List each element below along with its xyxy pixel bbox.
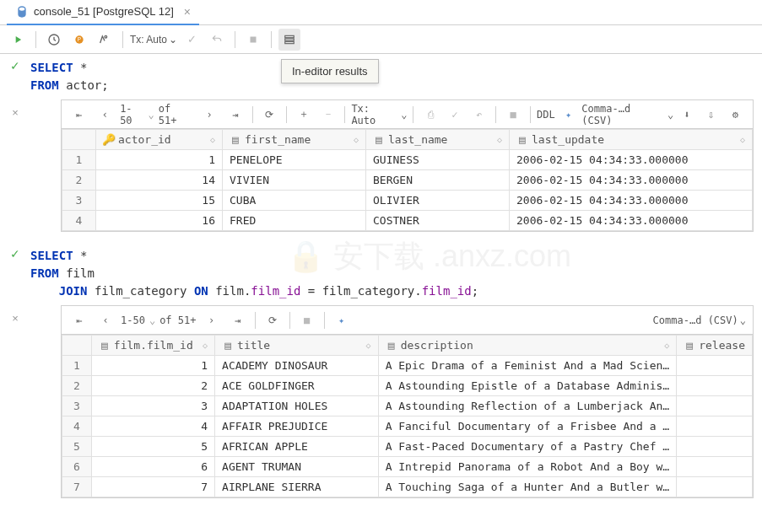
separator [235,31,235,48]
gear-button[interactable]: ⚙ [724,104,746,126]
next-page-button[interactable]: › [198,104,220,126]
close-result-button[interactable]: × [0,99,30,242]
export-format-dropdown[interactable]: Comma-…d (CSV) ⌄ [653,314,746,326]
column-icon: ▤ [684,340,695,352]
db-button[interactable]: ⎙ [419,104,441,126]
column-header[interactable]: ▤last_update◇ [516,133,745,146]
tooltip: In-editor results [281,59,379,83]
table-row[interactable]: 77AIRPLANE SIERRAA Touching Saga of a Hu… [62,477,753,497]
table-row[interactable]: 33ADAPTATION HOLESA Astounding Reflectio… [62,396,753,416]
compare-button[interactable]: ✦ [331,309,353,331]
compare-button[interactable]: ✦ [558,104,580,126]
gutter-check: ✓ [0,54,30,99]
remove-row-button[interactable]: － [317,104,339,126]
svg-rect-4 [251,36,257,42]
check-icon: ✓ [10,247,20,305]
playground-button[interactable]: P [68,29,90,51]
rollback-button[interactable] [206,29,228,51]
result-grid-1: ⇤ ‹ 1-50 ⌄ of 51+ › ⇥ ⟳ ＋ － Tx: Auto ⌄ ⎙… [61,99,754,232]
column-header[interactable]: 🔑actor_id◇ [103,133,215,146]
table-row[interactable]: 44AFFAIR PREJUDICEA Fanciful Documentary… [62,416,753,437]
last-page-button[interactable]: ⇥ [227,309,249,331]
query-block-1: ✓ SELECT * FROM actor; [0,54,762,99]
revert-button[interactable]: ↶ [468,104,490,126]
gutter-check: ✓ [0,242,30,305]
stop-result-button[interactable]: ■ [502,104,524,126]
table-row[interactable]: 214VIVIENBERGEN2006-02-15 04:34:33.00000… [62,170,753,191]
separator [122,31,123,48]
page-total: of 51+ [159,314,196,326]
table-row[interactable]: 22ACE GOLDFINGERA Astounding Epistle of … [62,376,753,396]
page-range: 1-50 [121,314,145,326]
commit-button[interactable]: ✓ [181,29,203,51]
column-header[interactable]: ▤release [684,339,745,352]
first-page-button[interactable]: ⇤ [68,104,90,126]
table-row[interactable]: 315CUBAOLIVIER2006-02-15 04:34:33.000000 [62,191,753,211]
next-page-button[interactable]: › [201,309,223,331]
settings-button[interactable] [94,29,116,51]
separator [271,31,272,48]
column-header[interactable]: ▤description◇ [386,339,670,352]
page-range: 1-50 [120,103,143,126]
svg-rect-6 [285,38,295,40]
add-row-button[interactable]: ＋ [293,104,315,126]
filter-button[interactable]: ⇩ [700,104,722,126]
close-icon[interactable]: × [184,5,191,19]
svg-rect-7 [285,41,295,43]
prev-page-button[interactable]: ‹ [95,309,116,331]
column-icon: ▤ [222,340,234,352]
column-icon: ▤ [516,134,528,146]
column-header[interactable]: ▤title◇ [222,339,371,352]
svg-point-3 [105,35,107,38]
separator [35,31,36,48]
check-icon: ✓ [10,59,20,99]
sql-editor-2[interactable]: SELECT * FROM film JOIN film_category ON… [30,242,478,305]
export-format-dropdown[interactable]: Comma-…d (CSV) ⌄ [581,103,673,126]
main-toolbar: P Tx: Auto ⌄ ✓ [0,25,762,54]
result-grid-2: ⇤ ‹ 1-50 ⌄ of 51+ › ⇥ ⟳ ■ ✦ Comma-…d (CS… [61,305,754,498]
tx-label-text: Tx: Auto [130,34,167,46]
tab-console[interactable]: console_51 [PostgreSQL 12] × [7,0,199,25]
sql-editor-1[interactable]: SELECT * FROM actor; [30,54,109,99]
result-tx-dropdown[interactable]: Tx: Auto ⌄ [351,103,407,126]
page-total: of 51+ [159,103,195,126]
ddl-button[interactable]: DDL [537,109,555,121]
query-block-2: ✓ SELECT * FROM film JOIN film_category … [0,242,762,305]
stop-button[interactable] [242,29,264,51]
column-icon: ▤ [373,134,385,146]
table-row[interactable]: 416FREDCOSTNER2006-02-15 04:34:33.000000 [62,211,753,231]
result-toolbar-2: ⇤ ‹ 1-50 ⌄ of 51+ › ⇥ ⟳ ■ ✦ Comma-…d (CS… [62,306,753,335]
column-header[interactable]: ▤first_name◇ [230,133,359,146]
last-page-button[interactable]: ⇥ [224,104,246,126]
key-icon: 🔑 [103,134,115,146]
run-button[interactable] [7,29,29,51]
data-grid-2: ▤film.film_id◇ ▤title◇ ▤description◇ ▤re… [62,335,753,497]
data-grid-1: 🔑actor_id◇ ▤first_name◇ ▤last_name◇ ▤las… [62,129,753,231]
in-editor-results-button[interactable] [278,29,300,51]
chevron-down-icon: ⌄ [169,34,177,46]
table-row[interactable]: 66AGENT TRUMANA Intrepid Panorama of a R… [62,457,753,477]
svg-rect-5 [285,35,295,37]
result-toolbar-1: ⇤ ‹ 1-50 ⌄ of 51+ › ⇥ ⟳ ＋ － Tx: Auto ⌄ ⎙… [62,100,753,129]
first-page-button[interactable]: ⇤ [68,309,90,331]
submit-button[interactable]: ✓ [444,104,466,126]
svg-text:P: P [78,36,81,42]
column-icon: ▤ [99,340,111,352]
refresh-button[interactable]: ⟳ [258,104,280,126]
table-row[interactable]: 11ACADEMY DINOSAURA Epic Drama of a Femi… [62,356,753,376]
refresh-button[interactable]: ⟳ [262,309,284,331]
column-header[interactable]: ▤film.film_id◇ [99,339,208,352]
column-icon: ▤ [386,340,397,352]
column-header[interactable]: ▤last_name◇ [373,133,502,146]
table-row[interactable]: 55AFRICAN APPLEA Fast-Paced Documentary … [62,437,753,457]
prev-page-button[interactable]: ‹ [95,104,116,126]
table-row[interactable]: 11PENELOPEGUINESS2006-02-15 04:34:33.000… [62,150,753,170]
column-icon: ▤ [230,134,241,146]
history-button[interactable] [43,29,65,51]
tx-mode-dropdown[interactable]: Tx: Auto ⌄ [130,34,177,46]
download-button[interactable]: ⬇ [676,104,698,126]
close-result-button[interactable]: × [0,305,30,508]
tab-title: console_51 [PostgreSQL 12] [34,5,174,18]
stop-result-button[interactable]: ■ [296,309,318,331]
postgres-icon [15,5,29,19]
